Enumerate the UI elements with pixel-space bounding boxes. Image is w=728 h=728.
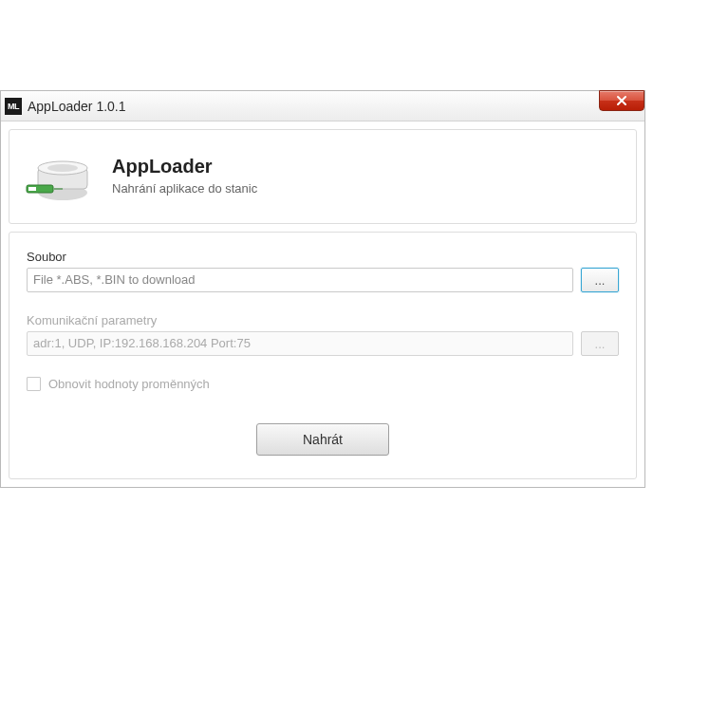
- comm-label: Komunikační parametry: [27, 313, 619, 327]
- app-icon: ML: [5, 98, 22, 115]
- client-area: AppLoader Nahrání aplikace do stanic Sou…: [1, 129, 644, 479]
- header-subtitle: Nahrání aplikace do stanic: [112, 181, 257, 196]
- file-browse-button[interactable]: ...: [581, 268, 619, 292]
- header-text: AppLoader Nahrání aplikace do stanic: [112, 156, 257, 196]
- header-panel: AppLoader Nahrání aplikace do stanic: [9, 129, 637, 224]
- comm-browse-button: ...: [581, 331, 619, 356]
- restore-label: Obnovit hodnoty proměnných: [48, 377, 210, 391]
- file-label: Soubor: [27, 250, 619, 264]
- comm-input: adr:1, UDP, IP:192.168.168.204 Port:75: [27, 331, 573, 356]
- header-title: AppLoader: [112, 156, 257, 177]
- file-input[interactable]: File *.ABS, *.BIN to download: [27, 268, 573, 292]
- titlebar[interactable]: ML AppLoader 1.0.1: [1, 91, 644, 121]
- drive-icon: [25, 147, 91, 204]
- close-icon: [616, 95, 627, 106]
- body-panel: Soubor File *.ABS, *.BIN to download ...…: [9, 232, 637, 479]
- app-window: ML AppLoader 1.0.1 AppLoader Nahrání apl…: [0, 90, 645, 488]
- window-title: AppLoader 1.0.1: [28, 99, 126, 114]
- restore-checkbox-row[interactable]: Obnovit hodnoty proměnných: [27, 377, 619, 391]
- comm-field-group: Komunikační parametry adr:1, UDP, IP:192…: [27, 313, 619, 356]
- restore-checkbox[interactable]: [27, 377, 41, 391]
- file-field-group: Soubor File *.ABS, *.BIN to download ...: [27, 250, 619, 292]
- upload-button[interactable]: Nahrát: [256, 423, 389, 456]
- action-row: Nahrát: [27, 423, 619, 456]
- svg-rect-5: [28, 187, 36, 191]
- close-button[interactable]: [599, 90, 644, 111]
- svg-point-3: [47, 164, 78, 172]
